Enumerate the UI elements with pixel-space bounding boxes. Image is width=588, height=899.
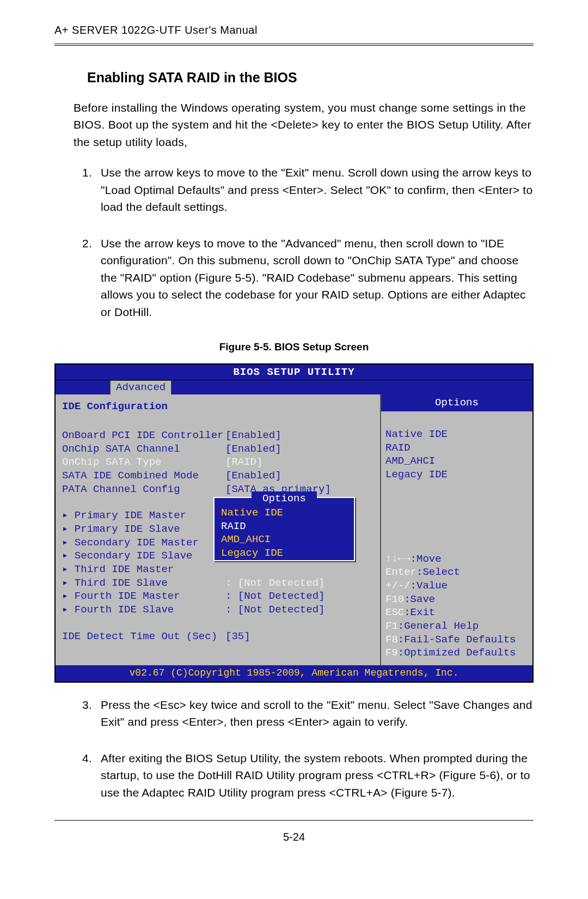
nav-desc: :Optimized Defaults <box>398 647 516 659</box>
bios-value: : [Not Detected] <box>225 603 376 617</box>
bios-row-sata-channel[interactable]: OnChip SATA Channel [Enabled] <box>62 442 376 456</box>
steps-list-continued: Press the <Esc> key twice and scroll to … <box>95 696 534 801</box>
bios-label: Primary IDE Master <box>62 509 225 523</box>
nav-key: Enter <box>385 566 416 578</box>
nav-key: +/-/ <box>385 580 411 592</box>
nav-desc: :Fail-Safe Defaults <box>398 634 516 646</box>
bios-label: PATA Channel Config <box>62 483 225 496</box>
bios-value: [Enabled] <box>225 442 376 456</box>
bios-label: Third IDE Master <box>62 563 225 576</box>
footer-divider <box>54 820 534 821</box>
bios-label: Primary IDE Slave <box>62 523 225 536</box>
figure-caption: Figure 5-5. BIOS Setup Screen <box>54 339 534 355</box>
bios-value: [35] <box>225 630 376 643</box>
popup-item-native-ide[interactable]: Native IDE <box>215 506 354 520</box>
option-native-ide: Native IDE <box>385 428 528 441</box>
nav-key: F1 <box>385 620 398 632</box>
manual-header: A+ SERVER 1022G-UTF User's Manual <box>54 22 534 38</box>
bios-row-pata-config[interactable]: PATA Channel Config [SATA as primary] <box>62 483 376 496</box>
nav-key: F8 <box>385 634 398 646</box>
bios-value: [RAID] <box>225 455 376 469</box>
bios-screenshot: BIOS SETUP UTILITY Advanced IDE Configur… <box>54 363 534 683</box>
bios-label: Fourth IDE Master <box>62 590 225 603</box>
bios-label: IDE Detect Time Out (Sec) <box>62 630 225 643</box>
bios-main-area: IDE Configuration OnBoard PCI IDE Contro… <box>56 394 532 665</box>
bios-label: OnBoard PCI IDE Controller <box>62 429 225 442</box>
options-header: Options <box>381 394 532 411</box>
bios-value: : [Not Detected] <box>225 576 376 590</box>
bios-row-sata-type[interactable]: OnChip SATA Type [RAID] <box>62 455 376 469</box>
bios-row-timeout[interactable]: IDE Detect Time Out (Sec) [35] <box>62 630 376 643</box>
bios-label: SATA IDE Combined Mode <box>62 469 225 483</box>
option-legacy-ide: Legacy IDE <box>385 468 528 482</box>
bios-left-panel: IDE Configuration OnBoard PCI IDE Contro… <box>56 394 380 665</box>
step-4: After exiting the BIOS Setup Utility, th… <box>95 750 534 801</box>
bios-value <box>225 563 376 576</box>
nav-desc: :Save <box>404 593 435 605</box>
bios-title-bar: BIOS SETUP UTILITY <box>56 365 532 381</box>
bios-label: Third IDE Slave <box>62 576 225 590</box>
bios-tab-bar: Advanced <box>56 380 532 394</box>
nav-help: ↑↓←→:Move Enter:Select +/-/:Value F10:Sa… <box>385 552 528 660</box>
bios-row-pci-ide[interactable]: OnBoard PCI IDE Controller [Enabled] <box>62 429 376 442</box>
nav-desc: :Move <box>411 553 442 565</box>
popup-item-amd-ahci[interactable]: AMD_AHCI <box>215 533 354 546</box>
nav-key: ESC <box>385 606 404 618</box>
bios-value: : [Not Detected] <box>225 590 376 603</box>
bios-row-fourth-slave[interactable]: Fourth IDE Slave : [Not Detected] <box>62 603 376 617</box>
page-number: 5-24 <box>54 829 534 845</box>
nav-desc: :Select <box>416 566 460 578</box>
popup-item-legacy-ide[interactable]: Legacy IDE <box>215 546 354 560</box>
bios-copyright: v02.67 (C)Copyright 1985-2009, American … <box>56 665 532 681</box>
bios-label: OnChip SATA Channel <box>62 442 225 456</box>
bios-label: OnChip SATA Type <box>62 455 225 469</box>
steps-list: Use the arrow keys to move to the "Exit"… <box>95 164 534 320</box>
option-raid: RAID <box>385 441 528 455</box>
bios-label: Secondary IDE Master <box>62 536 225 550</box>
nav-key: F10 <box>385 593 404 605</box>
nav-key: F9 <box>385 647 398 659</box>
step-2: Use the arrow keys to move to the "Advan… <box>95 235 534 321</box>
option-amd-ahci: AMD_AHCI <box>385 454 528 468</box>
step-3: Press the <Esc> key twice and scroll to … <box>95 696 534 731</box>
bios-tab-advanced[interactable]: Advanced <box>110 380 171 394</box>
popup-item-raid[interactable]: RAID <box>215 520 354 533</box>
bios-row-third-slave[interactable]: Third IDE Slave : [Not Detected] <box>62 576 376 590</box>
section-title: Enabling SATA RAID in the BIOS <box>87 68 534 88</box>
bios-row-third-master[interactable]: Third IDE Master <box>62 563 376 576</box>
bios-value: [Enabled] <box>225 429 376 442</box>
step-1: Use the arrow keys to move to the "Exit"… <box>95 164 534 216</box>
popup-title: Options <box>252 491 317 506</box>
bios-row-fourth-master[interactable]: Fourth IDE Master : [Not Detected] <box>62 590 376 603</box>
header-divider <box>54 44 534 46</box>
bios-right-panel: Options Native IDE RAID AMD_AHCI Legacy … <box>380 394 532 665</box>
bios-row-combined-mode[interactable]: SATA IDE Combined Mode [Enabled] <box>62 469 376 483</box>
options-popup: Options Native IDE RAID AMD_AHCI Legacy … <box>213 497 355 561</box>
bios-label: Fourth IDE Slave <box>62 603 225 617</box>
ide-configuration-heading: IDE Configuration <box>62 400 376 414</box>
nav-desc: :General Help <box>398 620 479 632</box>
nav-desc: :Exit <box>404 606 435 618</box>
nav-desc: :Value <box>411 580 448 592</box>
bios-value: [Enabled] <box>225 469 376 483</box>
nav-key: ↑↓←→ <box>385 553 411 565</box>
intro-paragraph: Before installing the Windows operating … <box>74 99 534 151</box>
bios-label: Secondary IDE Slave <box>62 549 225 563</box>
